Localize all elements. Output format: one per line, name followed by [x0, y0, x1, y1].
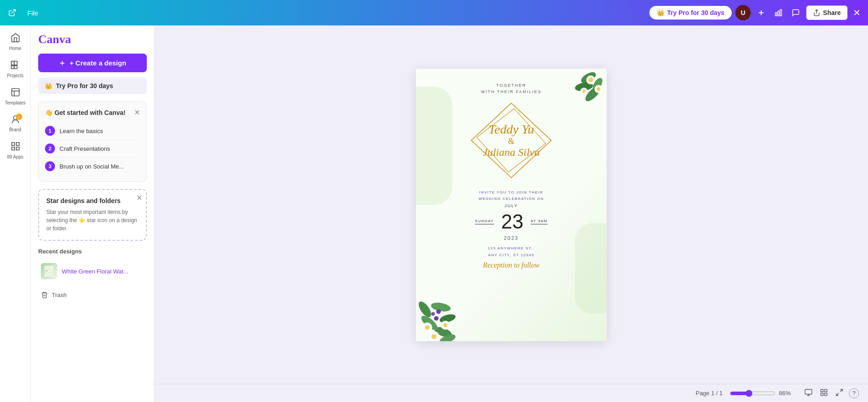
svg-rect-54: [825, 389, 827, 392]
close-button[interactable]: ✕: [851, 5, 863, 20]
bottom-icons: ?: [803, 387, 859, 400]
year-text: 2023: [504, 235, 519, 241]
together-text: TOGETHER WITH THEIR FAMILIES: [481, 82, 541, 95]
desktop-view-button[interactable]: [803, 387, 814, 400]
month-text: JULY: [504, 203, 518, 208]
trash-label: Trash: [52, 292, 67, 298]
file-menu-button[interactable]: File: [24, 7, 42, 19]
checklist-item-2[interactable]: 2 Craft Presentations: [45, 140, 140, 158]
sidebar-item-apps[interactable]: 89 Apps: [2, 138, 29, 163]
svg-rect-53: [821, 389, 823, 392]
star-designs-card: ✕ Star designs and folders Star your mos…: [38, 189, 147, 241]
checklist-item-3[interactable]: 3 Brush up on Social Me...: [45, 158, 140, 175]
get-started-header: 👋 Get started with Canva! ✕: [45, 108, 140, 117]
apps-nav-label: 89 Apps: [7, 154, 23, 159]
sidebar: Canva + Create a design 👑 Try Pro for 30…: [31, 25, 155, 402]
star-card-title: Star designs and folders: [46, 197, 139, 204]
ampersand-text: &: [483, 137, 540, 146]
time-label: AT 9AM: [531, 219, 548, 224]
crown-sidebar-icon: 👑: [45, 82, 52, 89]
svg-line-0: [12, 10, 15, 13]
recent-design-thumbnail: 🌸: [41, 263, 57, 279]
try-pro-sidebar-button[interactable]: 👑 Try Pro for 30 days: [38, 78, 147, 94]
grid-view-button[interactable]: [818, 387, 830, 400]
svg-rect-16: [16, 143, 19, 145]
avatar[interactable]: U: [735, 5, 751, 20]
recent-section-title: Recent designs: [38, 248, 147, 255]
svg-rect-3: [775, 13, 777, 16]
checklist-label-2: Craft Presentations: [60, 145, 110, 152]
home-nav-label: Home: [9, 46, 21, 51]
svg-rect-8: [14, 61, 17, 65]
svg-rect-55: [821, 393, 823, 395]
date-row: SUNDAY 23 AT 9AM: [475, 212, 548, 232]
chart-icon[interactable]: [772, 7, 785, 19]
checklist-label-1: Learn the basics: [60, 128, 103, 134]
get-started-close-button[interactable]: ✕: [134, 108, 140, 117]
checklist-item-1[interactable]: 1 Learn the basics: [45, 122, 140, 140]
svg-rect-11: [11, 89, 19, 96]
checklist-label-3: Brush up on Social Me...: [60, 163, 124, 170]
brand-badge: !: [10, 114, 20, 126]
templates-nav-label: Templates: [5, 100, 26, 105]
help-button[interactable]: ?: [849, 388, 859, 398]
toolbar-right: 👑 Try Pro for 30 days U Share ✕: [649, 5, 863, 20]
brand-nav-label: Brand: [9, 127, 21, 132]
svg-rect-4: [778, 11, 779, 16]
bottom-bar: Page 1 / 1 86%: [155, 384, 868, 402]
recent-design-label: White Green Floral Wat...: [62, 268, 128, 275]
svg-rect-5: [780, 10, 782, 16]
name1-text: Teddy Yu: [483, 122, 540, 137]
trash-section[interactable]: Trash: [38, 287, 147, 303]
star-card-desc: Star your most important items by select…: [46, 208, 139, 233]
sidebar-item-home[interactable]: Home: [2, 29, 29, 55]
open-external-icon[interactable]: [5, 7, 19, 19]
apps-icon: [10, 141, 20, 154]
home-icon: [10, 33, 20, 45]
sidebar-item-brand[interactable]: ! Brand: [2, 111, 29, 136]
projects-nav-label: Projects: [7, 73, 23, 78]
svg-rect-17: [11, 147, 14, 150]
sidebar-item-projects[interactable]: Projects: [2, 56, 29, 82]
name2-text: Juliana Silva: [483, 146, 540, 159]
recent-design-item[interactable]: 🌸 White Green Floral Wat...: [38, 259, 147, 283]
day-label: SUNDAY: [475, 219, 494, 224]
zoom-level: 86%: [779, 390, 795, 397]
design-canvas: TOGETHER WITH THEIR FAMILIES Teddy Yu: [416, 69, 607, 341]
svg-text:🌸: 🌸: [45, 269, 48, 272]
share-button[interactable]: Share: [806, 5, 848, 20]
step-3-circle: 3: [45, 161, 55, 171]
svg-line-57: [840, 389, 843, 392]
get-started-title: 👋 Get started with Canva!: [45, 109, 125, 116]
svg-rect-10: [14, 66, 17, 69]
get-started-card: 👋 Get started with Canva! ✕ 1 Learn the …: [38, 101, 147, 182]
add-icon[interactable]: [754, 7, 768, 19]
svg-rect-9: [11, 66, 14, 69]
main-layout: Home Projects Templates !: [0, 25, 868, 402]
fullscreen-button[interactable]: [833, 387, 845, 400]
projects-icon: [10, 60, 20, 72]
toolbar-left: File: [5, 7, 42, 19]
svg-line-58: [836, 393, 838, 395]
page-info: Page 1 / 1: [696, 390, 723, 397]
try-pro-button[interactable]: 👑 Try Pro for 30 days: [649, 6, 732, 20]
svg-rect-7: [11, 61, 14, 65]
left-nav: Home Projects Templates !: [0, 25, 31, 402]
day-number: 23: [501, 212, 524, 232]
canvas-area: TOGETHER WITH THEIR FAMILIES Teddy Yu: [155, 25, 868, 402]
comment-icon[interactable]: [789, 7, 803, 19]
zoom-slider[interactable]: [730, 390, 775, 397]
step-2-circle: 2: [45, 144, 55, 154]
step-1-circle: 1: [45, 126, 55, 136]
svg-rect-56: [825, 393, 827, 395]
reception-text: Reception to follow: [483, 261, 539, 269]
brand-notification-badge: !: [16, 114, 22, 120]
templates-icon: [10, 87, 20, 99]
canvas-scroll[interactable]: TOGETHER WITH THEIR FAMILIES Teddy Yu: [155, 25, 868, 384]
star-card-close-button[interactable]: ✕: [136, 194, 142, 202]
names-text: Teddy Yu & Juliana Silva: [483, 122, 540, 159]
svg-rect-50: [805, 389, 812, 394]
create-design-button[interactable]: + Create a design: [38, 54, 147, 72]
sidebar-item-templates[interactable]: Templates: [2, 84, 29, 109]
crown-icon: 👑: [657, 9, 664, 16]
